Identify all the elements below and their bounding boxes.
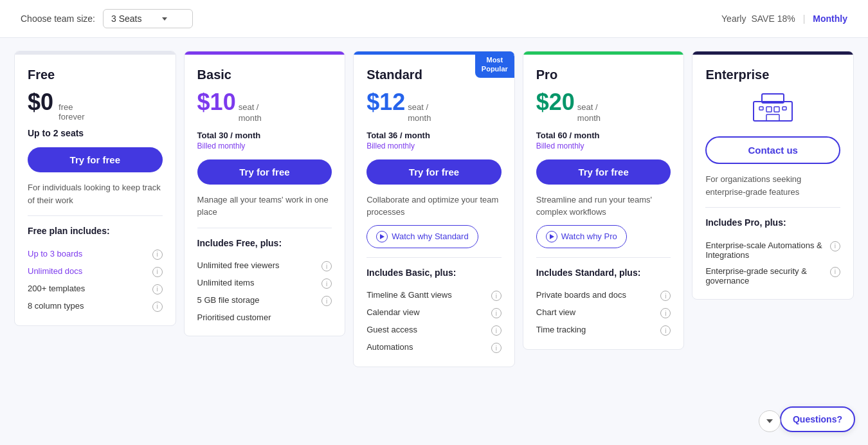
feature-list-free: Up to 3 boards i Unlimited docs i 200+ t…: [28, 246, 163, 315]
team-size-value: 3 Seats: [111, 14, 141, 24]
svg-rect-3: [774, 107, 779, 112]
plan-card-standard: MostPopularStandard $12 seat /month Tota…: [353, 51, 515, 367]
feature-text: Timeline & Gantt views: [366, 290, 489, 300]
info-icon[interactable]: i: [830, 267, 840, 277]
info-icon[interactable]: i: [152, 267, 163, 277]
play-triangle-pro: [550, 234, 554, 239]
try-btn-pro[interactable]: Try for free: [536, 159, 671, 185]
play-icon-standard: [376, 231, 388, 242]
divider-basic: [197, 228, 332, 228]
try-btn-standard[interactable]: Try for free: [366, 159, 502, 185]
plan-desc-enterprise: For organizations seeking enterprise-gra…: [705, 173, 840, 198]
feature-list-enterprise: Enterprise-scale Automations & Integrati…: [705, 237, 840, 289]
divider-standard: [366, 257, 502, 258]
feature-item: Unlimited docs i: [28, 263, 163, 280]
feature-item: Unlimited free viewers i: [197, 257, 332, 275]
info-icon[interactable]: i: [660, 325, 671, 336]
price-amount-free: $0: [28, 89, 53, 116]
price-amount-basic: $10: [197, 89, 236, 116]
feature-item: Unlimited items i: [197, 275, 332, 292]
info-icon[interactable]: i: [660, 291, 671, 301]
feature-list-standard: Timeline & Gantt views i Calendar view i…: [366, 287, 502, 356]
feature-item: Enterprise-scale Automations & Integrati…: [705, 237, 840, 263]
plan-card-enterprise: Enterprise Contact usFor organizations s…: [692, 51, 854, 300]
divider-enterprise: [705, 207, 840, 208]
info-icon[interactable]: i: [491, 343, 502, 353]
price-row-basic: $10 seat /month: [197, 89, 332, 124]
total-info-pro: Total 60 / month: [536, 131, 671, 140]
svg-rect-5: [782, 107, 786, 110]
feature-item: Prioritised customer: [197, 309, 332, 325]
price-sub-pro: seat /month: [577, 102, 601, 124]
info-icon[interactable]: i: [491, 325, 502, 336]
plan-desc-pro: Streamline and run your teams' complex w…: [536, 194, 671, 219]
price-row-free: $0 freeforever: [28, 89, 163, 122]
feature-item: Chart view i: [536, 304, 671, 322]
try-btn-basic[interactable]: Try for free: [197, 159, 332, 185]
plan-name-free: Free: [28, 68, 163, 82]
try-btn-free[interactable]: Try for free: [28, 147, 163, 172]
try-btn-enterprise[interactable]: Contact us: [705, 136, 840, 164]
price-amount-standard: $12: [366, 89, 405, 116]
total-info-standard: Total 36 / month: [366, 131, 502, 140]
feature-item: Guest access i: [366, 322, 502, 339]
plan-desc-free: For individuals looking to keep track of…: [28, 181, 163, 206]
watch-label-pro: Watch why Pro: [561, 232, 617, 241]
plans-container: Free $0 freeforever Up to 2 seatsTry for…: [0, 38, 868, 380]
divider-pro: [536, 257, 671, 258]
chevron-down-icon: [162, 17, 167, 21]
team-size-select[interactable]: 3 Seats: [103, 9, 193, 28]
svg-rect-4: [759, 107, 763, 110]
feature-text: 8 column types: [28, 301, 150, 311]
feature-text: Calendar view: [366, 307, 489, 317]
feature-text: Chart view: [536, 307, 658, 317]
info-icon[interactable]: i: [321, 296, 332, 306]
feature-text: Private boards and docs: [536, 290, 658, 300]
info-icon[interactable]: i: [152, 302, 163, 312]
price-row-pro: $20 seat /month: [536, 89, 671, 124]
feature-text: Guest access: [366, 325, 489, 334]
toggle-divider: |: [803, 14, 806, 24]
includes-heading-standard: Includes Basic, plus:: [366, 267, 502, 280]
info-icon[interactable]: i: [321, 278, 332, 289]
plan-card-basic: Basic $10 seat /month Total 30 / monthBi…: [184, 51, 346, 336]
info-icon[interactable]: i: [152, 284, 163, 295]
price-sub-standard: seat /month: [408, 102, 431, 124]
includes-heading-basic: Includes Free, plus:: [197, 237, 332, 250]
feature-item: Timeline & Gantt views i: [366, 287, 502, 304]
svg-rect-6: [766, 114, 779, 121]
plan-desc-basic: Manage all your teams' work in one place: [197, 194, 332, 219]
billing-toggle: Yearly SAVE 18% | Monthly: [721, 14, 847, 24]
watch-btn-standard[interactable]: Watch why Standard: [366, 225, 478, 248]
plan-desc-standard: Collaborate and optimize your team proce…: [366, 194, 502, 219]
watch-btn-pro[interactable]: Watch why Pro: [536, 225, 627, 248]
price-amount-pro: $20: [536, 89, 575, 116]
info-icon[interactable]: i: [830, 241, 840, 251]
yearly-label[interactable]: Yearly: [721, 14, 746, 24]
info-icon[interactable]: i: [152, 250, 163, 260]
feature-text: 5 GB file storage: [197, 295, 320, 305]
info-icon[interactable]: i: [491, 308, 502, 318]
seats-info-free: Up to 2 seats: [28, 128, 163, 138]
includes-heading-enterprise: Includes Pro, plus:: [705, 217, 840, 230]
feature-item: 8 column types i: [28, 298, 163, 315]
info-icon[interactable]: i: [491, 291, 502, 301]
feature-text: Up to 3 boards: [28, 249, 150, 259]
info-icon[interactable]: i: [321, 261, 332, 271]
feature-item: Up to 3 boards i: [28, 246, 163, 263]
plan-card-free: Free $0 freeforever Up to 2 seatsTry for…: [14, 51, 176, 326]
price-sub-free: freeforever: [59, 102, 84, 122]
monthly-label[interactable]: Monthly: [813, 14, 847, 24]
feature-text: Enterprise-scale Automations & Integrati…: [705, 241, 827, 260]
play-triangle-standard: [380, 234, 384, 239]
feature-list-basic: Unlimited free viewers i Unlimited items…: [197, 257, 332, 325]
plan-card-pro: Pro $20 seat /month Total 60 / monthBill…: [523, 51, 685, 350]
price-row-standard: $12 seat /month: [366, 89, 502, 124]
feature-item: Time tracking i: [536, 322, 671, 339]
feature-text: Unlimited items: [197, 278, 320, 287]
billed-info-pro: Billed monthly: [536, 141, 671, 150]
plan-name-enterprise: Enterprise: [705, 68, 840, 82]
info-icon[interactable]: i: [660, 308, 671, 318]
watch-label-standard: Watch why Standard: [392, 232, 468, 241]
feature-list-pro: Private boards and docs i Chart view i T…: [536, 287, 671, 339]
